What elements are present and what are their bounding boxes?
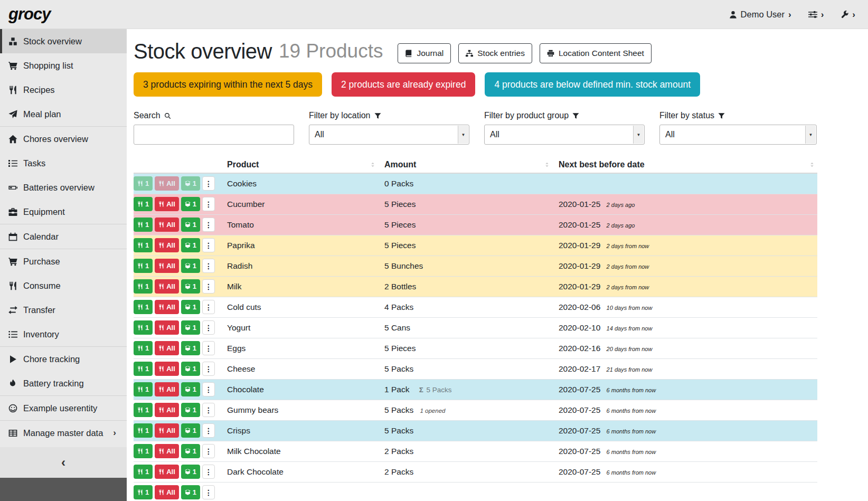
expired-alert[interactable]: 2 products are already expired [332,72,475,97]
sort-icon[interactable] [809,162,815,168]
open-one-button[interactable]: 1 [181,279,200,294]
below-min-stock-alert[interactable]: 4 products are below defined min. stock … [485,72,700,97]
app-logo[interactable]: grocy [8,5,50,24]
sidebar-item-example-userentity[interactable]: Example userentity › [0,396,127,420]
sidebar-item-chore-tracking[interactable]: Chore tracking › [0,347,127,371]
row-menu-button[interactable]: ⋮ [202,259,215,273]
consume-one-button[interactable]: 1 [134,238,153,252]
row-menu-button[interactable]: ⋮ [202,300,215,314]
sidebar-item-meal-plan[interactable]: Meal plan › [0,102,127,126]
open-one-button[interactable]: 1 [181,238,200,252]
open-one-button[interactable]: 1 [181,218,200,232]
open-one-button[interactable]: 1 [181,444,200,458]
row-menu-button[interactable]: ⋮ [202,218,215,232]
user-menu[interactable]: Demo User › [729,10,791,20]
consume-all-button[interactable]: All [155,238,179,252]
consume-all-button[interactable]: All [155,279,179,294]
consume-all-button[interactable]: All [155,403,179,417]
open-one-button[interactable]: 1 [181,465,200,479]
sidebar-item-inventory[interactable]: Inventory › [0,322,127,346]
sort-icon[interactable] [544,162,550,168]
row-menu-button[interactable]: ⋮ [202,382,215,396]
open-one-button[interactable]: 1 [181,259,200,273]
sidebar-item-battery-tracking[interactable]: Battery tracking › [0,371,127,395]
open-one-button[interactable]: 1 [181,320,200,335]
row-menu-button[interactable]: ⋮ [202,423,215,438]
admin-menu[interactable]: › [841,10,855,19]
open-one-button[interactable]: 1 [181,403,200,417]
status-select[interactable]: All ▼ [659,125,817,145]
consume-one-button[interactable]: 1 [134,218,153,232]
row-menu-button[interactable]: ⋮ [202,320,215,335]
sidebar-item-manage-master-data[interactable]: Manage master data › [0,421,127,445]
consume-one-button[interactable]: 1 [134,341,153,355]
column-header-amount[interactable]: Amount [384,156,559,173]
consume-all-button[interactable]: All [155,382,179,396]
open-one-button[interactable]: 1 [181,176,200,191]
consume-all-button[interactable]: All [155,259,179,273]
consume-all-button[interactable]: All [155,423,179,438]
consume-all-button[interactable]: All [155,176,179,191]
consume-one-button[interactable]: 1 [134,197,153,211]
consume-one-button[interactable]: 1 [134,362,153,376]
consume-one-button[interactable]: 1 [134,465,153,479]
consume-one-button[interactable]: 1 [134,403,153,417]
consume-one-button[interactable]: 1 [134,423,153,438]
consume-one-button[interactable]: 1 [134,176,153,191]
consume-all-button[interactable]: All [155,320,179,335]
row-menu-button[interactable]: ⋮ [202,403,215,417]
product-group-select[interactable]: All ▼ [484,125,645,145]
open-one-button[interactable]: 1 [181,485,200,499]
consume-all-button[interactable]: All [155,444,179,458]
row-menu-button[interactable]: ⋮ [202,238,215,252]
row-menu-button[interactable]: ⋮ [202,485,215,499]
row-menu-button[interactable]: ⋮ [202,279,215,294]
open-one-button[interactable]: 1 [181,300,200,314]
stock-entries-button[interactable]: Stock entries [458,43,532,63]
consume-one-button[interactable]: 1 [134,300,153,314]
sidebar-item-calendar[interactable]: Calendar › [0,224,127,249]
location-content-sheet-button[interactable]: Location Content Sheet [540,43,652,63]
sidebar-item-recipes[interactable]: Recipes › [0,78,127,102]
sidebar-item-consume[interactable]: Consume › [0,273,127,298]
expiring-alert[interactable]: 3 products expiring within the next 5 da… [134,72,322,97]
sidebar-item-shopping-list[interactable]: Shopping list › [0,53,127,78]
consume-all-button[interactable]: All [155,300,179,314]
journal-button[interactable]: Journal [398,43,451,63]
row-menu-button[interactable]: ⋮ [202,176,215,191]
row-menu-button[interactable]: ⋮ [202,465,215,479]
consume-one-button[interactable]: 1 [134,382,153,396]
consume-all-button[interactable]: All [155,341,179,355]
consume-all-button[interactable]: All [155,218,179,232]
consume-one-button[interactable]: 1 [134,444,153,458]
consume-all-button[interactable]: All [155,362,179,376]
consume-one-button[interactable]: 1 [134,485,153,499]
sidebar-item-chores-overview[interactable]: Chores overview › [0,127,127,151]
sidebar-item-batteries-overview[interactable]: Batteries overview › [0,175,127,200]
sidebar-item-equipment[interactable]: Equipment › [0,200,127,224]
open-one-button[interactable]: 1 [181,197,200,211]
row-menu-button[interactable]: ⋮ [202,362,215,376]
sidebar-collapse-button[interactable]: ‹ [0,447,127,478]
search-input[interactable] [134,125,294,145]
sidebar-item-transfer[interactable]: Transfer › [0,298,127,322]
row-menu-button[interactable]: ⋮ [202,197,215,211]
row-menu-button[interactable]: ⋮ [202,341,215,355]
consume-one-button[interactable]: 1 [134,279,153,294]
open-one-button[interactable]: 1 [181,362,200,376]
location-select[interactable]: All ▼ [309,125,469,145]
consume-all-button[interactable]: All [155,197,179,211]
consume-all-button[interactable]: All [155,485,179,499]
settings-menu[interactable]: › [808,10,824,19]
sidebar-item-purchase[interactable]: Purchase › [0,249,127,273]
consume-one-button[interactable]: 1 [134,259,153,273]
open-one-button[interactable]: 1 [181,423,200,438]
open-one-button[interactable]: 1 [181,382,200,396]
row-menu-button[interactable]: ⋮ [202,444,215,458]
open-one-button[interactable]: 1 [181,341,200,355]
consume-one-button[interactable]: 1 [134,320,153,335]
sidebar-item-stock-overview[interactable]: Stock overview › [0,29,127,53]
column-header-best-before[interactable]: Next best before date [559,156,817,173]
sidebar-item-tasks[interactable]: Tasks › [0,151,127,175]
sort-icon[interactable] [370,162,376,168]
